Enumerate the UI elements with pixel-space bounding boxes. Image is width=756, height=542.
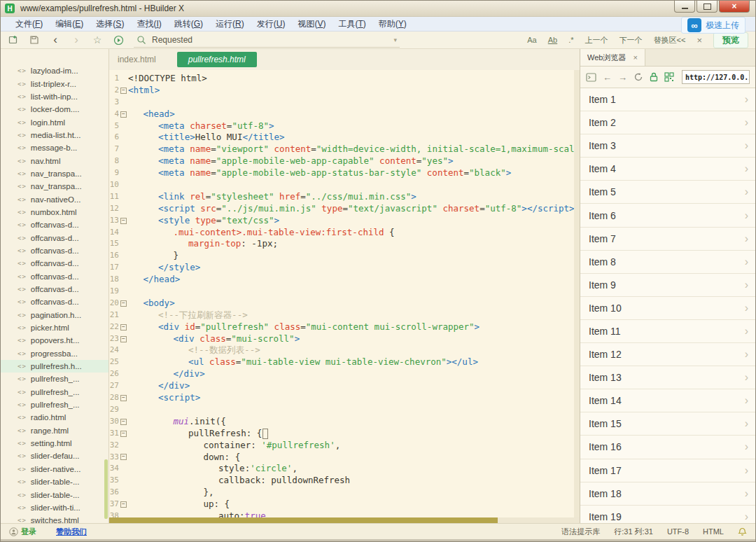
qr-code-icon[interactable] [664,72,674,82]
list-item[interactable]: Item 9› [580,274,755,297]
code-line[interactable]: 12<script src="../js/mui.min.js" type="t… [109,203,580,215]
code-line[interactable]: 33−down: { [109,452,580,464]
list-item[interactable]: Item 8› [580,251,755,274]
code-line[interactable]: 17</style> [109,262,580,274]
close-tab-icon[interactable]: × [633,53,637,62]
sidebar-file-item[interactable]: <>switches.html [1,514,108,523]
list-item[interactable]: Item 6› [580,204,755,227]
code-line[interactable]: 9<meta name="apple-mobile-web-app-status… [109,167,580,179]
list-item[interactable]: Item 19› [580,506,755,523]
sidebar-file-item[interactable]: <>pullrefresh_... [1,373,108,385]
menu-item[interactable]: 编辑(E) [49,18,90,30]
code-line[interactable]: 2−<html> [109,85,580,97]
fold-toggle-icon[interactable]: − [120,501,127,508]
fold-toggle-icon[interactable]: − [120,336,127,342]
sidebar-file-item[interactable]: <>slider-native... [1,463,108,475]
code-line[interactable]: 29 [109,404,580,416]
sidebar-file-item[interactable]: <>pagination.h... [1,309,108,321]
code-line[interactable]: 8<meta name="apple-mobile-web-app-capabl… [109,155,580,167]
code-line[interactable]: 30−mui.init({ [109,416,580,428]
sidebar-file-item[interactable]: <>setting.html [1,437,108,450]
list-item[interactable]: Item 11› [580,320,755,343]
menu-item[interactable]: 发行(U) [251,18,292,30]
code-line[interactable]: 27</div> [109,380,580,392]
sidebar-file-item[interactable]: <>offcanvas-d... [1,257,108,270]
list-item[interactable]: Item 12› [580,343,755,366]
menu-item[interactable]: 文件(F) [9,18,49,30]
code-line[interactable]: 19 [109,286,580,298]
search-box[interactable]: Requested ▾ [134,33,400,48]
sidebar-file-item[interactable]: <>login.html [1,116,108,128]
maximize-button[interactable] [696,1,718,13]
search-input[interactable]: Requested [152,35,388,45]
console-icon[interactable] [586,73,596,82]
list-item[interactable]: Item 4› [580,158,755,181]
editor-hscrollbar[interactable] [109,517,580,523]
code-line[interactable]: 15margin-top: -1px; [109,238,580,250]
code-line[interactable]: 36}, [109,487,580,499]
list-item[interactable]: Item 10› [580,297,755,320]
tab-index-html[interactable]: index.html [118,55,156,64]
list-item[interactable]: Item 5› [580,181,755,204]
list-item[interactable]: Item 1› [580,88,755,111]
menu-item[interactable]: 选择(S) [90,18,130,30]
run-icon[interactable] [113,34,124,46]
sidebar-file-item[interactable]: <>pullrefresh.h... [1,360,108,373]
next-match-button[interactable]: 下一个 [620,35,643,46]
editor-vscrollbar[interactable] [574,70,580,517]
code-line[interactable]: 4−<head> [109,109,580,120]
encoding-label[interactable]: UTF-8 [667,527,689,536]
filetype-label[interactable]: HTML [703,527,724,536]
code-line[interactable]: 11<link rel="stylesheet" href="../css/mu… [109,191,580,203]
browser-forward-icon[interactable]: → [618,72,627,83]
list-item[interactable]: Item 3› [580,134,755,158]
find-option-regex[interactable]: .* [568,36,573,44]
url-input[interactable]: http://127.0.0.1:8 [682,70,750,84]
sidebar-file-item[interactable]: <>offcanvas-d... [1,244,108,257]
sidebar-file-item[interactable]: <>offcanvas-d... [1,270,108,283]
list-item[interactable]: Item 14› [580,389,755,412]
chevron-down-icon[interactable]: ▾ [393,36,397,43]
code-line[interactable]: 21<!--下拉刷新容器--> [109,310,580,321]
sidebar-file-item[interactable]: <>slider-defau... [1,450,108,462]
code-line[interactable]: 34style:'circle', [109,463,580,475]
syntax-lib-label[interactable]: 语法提示库 [561,527,600,537]
sidebar-file-item[interactable]: <>slider-table-... [1,488,108,501]
sidebar-file-item[interactable]: <>pullrefresh_... [1,386,108,398]
back-icon[interactable]: ‹ [50,34,61,46]
find-option-word[interactable]: Ab [548,36,557,44]
sidebar-file-item[interactable]: <>radio.html [1,411,108,424]
code-line[interactable]: 6<title>Hello MUI</title> [109,132,580,144]
sidebar-file-item[interactable]: <>numbox.html [1,206,108,218]
code-line[interactable]: 16} [109,250,580,262]
login-button[interactable]: 登录 [9,527,36,537]
menu-item[interactable]: 查找(I) [130,18,167,30]
menu-item[interactable]: 帮助(Y) [372,18,413,30]
sidebar-file-item[interactable]: <>slider-table-... [1,475,108,488]
sidebar-file-item[interactable]: <>nav-nativeO... [1,193,108,205]
list-item[interactable]: Item 18› [580,482,755,506]
lock-icon[interactable] [650,72,658,82]
fold-toggle-icon[interactable]: − [120,419,127,425]
code-line[interactable]: 23−<div class="mui-scroll"> [109,333,580,345]
menu-item[interactable]: 运行(R) [209,18,251,30]
save-icon[interactable] [29,34,40,46]
sidebar-file-item[interactable]: <>offcanvas-d... [1,283,108,296]
sidebar-file-item[interactable]: <>offcanvas-d... [1,218,108,231]
star-icon[interactable]: ☆ [92,34,103,46]
code-line[interactable]: 35callback: pulldownRefresh [109,475,580,487]
replace-area-button[interactable]: 替换区<< [654,35,686,46]
code-line[interactable]: 20−<body> [109,298,580,310]
list-item[interactable]: Item 2› [580,111,755,134]
list-item[interactable]: Item 16› [580,436,755,459]
code-line[interactable]: 13−<style type="text/css"> [109,215,580,227]
sidebar-file-item[interactable]: <>list-triplex-r... [1,77,108,90]
sidebar-file-item[interactable]: <>offcanvas-d... [1,296,108,308]
sidebar-file-item[interactable]: <>lazyload-im... [1,64,108,77]
sidebar-file-item[interactable]: <>range.html [1,424,108,437]
sponsor-link[interactable]: 赞助我们 [56,527,87,537]
code-line[interactable]: 25<ul class="mui-table-view mui-table-vi… [109,356,580,368]
sidebar-file-item[interactable]: <>message-b... [1,141,108,154]
code-line[interactable]: 18</head> [109,274,580,286]
prev-match-button[interactable]: 上一个 [585,35,608,46]
